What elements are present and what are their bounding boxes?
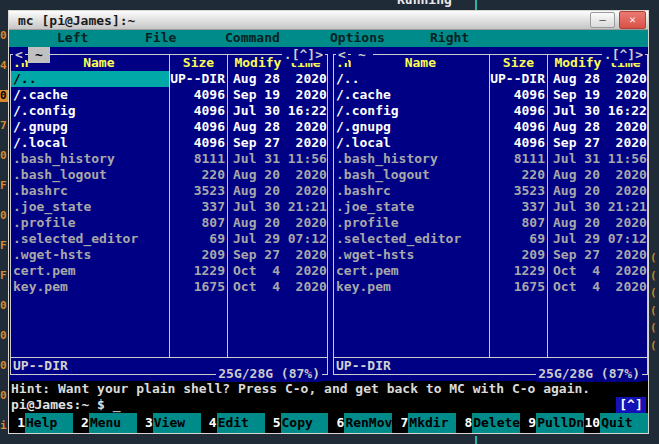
desktop-divider-line-bottom <box>475 436 477 444</box>
minimize-button[interactable]: – <box>590 12 615 28</box>
file-mtime: Sep 27 2020 <box>227 135 327 151</box>
function-key-button[interactable]: 5 Copy <box>265 413 329 433</box>
file-mtime: Sep 27 2020 <box>547 135 647 151</box>
file-row[interactable]: /.. UP--DIR Aug 28 2020 <box>11 71 327 87</box>
file-row[interactable]: /.. UP--DIR Aug 28 2020 <box>334 71 647 87</box>
file-size: 3523 <box>169 183 227 199</box>
file-size: 1675 <box>489 279 547 295</box>
file-size: 220 <box>489 167 547 183</box>
menu-item[interactable]: Command <box>225 30 280 46</box>
file-row[interactable]: .joe_state 337 Jul 30 21:21 <box>334 199 647 215</box>
function-key-number: 4 <box>201 413 217 433</box>
column-header-size[interactable]: Size <box>489 55 547 71</box>
function-key-button[interactable]: 10 Quit <box>584 413 648 433</box>
column-header-size[interactable]: Size <box>169 55 227 71</box>
file-row[interactable]: .bashrc 3523 Aug 20 2020 <box>11 183 327 199</box>
right-panel-column-headers: .n Name Size Modify time <box>334 55 647 71</box>
show-panels-toggle[interactable]: [^] <box>616 397 646 413</box>
file-row[interactable]: .bash_logout 220 Aug 20 2020 <box>334 167 647 183</box>
function-key-label: Quit <box>600 413 648 433</box>
file-name: key.pem <box>11 279 169 295</box>
file-row[interactable]: .selected_editor 69 Jul 29 07:12 <box>11 231 327 247</box>
file-name: /.gnupg <box>334 119 489 135</box>
file-size: 4096 <box>489 119 547 135</box>
file-size: 4096 <box>169 87 227 103</box>
file-mtime: Aug 28 2020 <box>547 119 647 135</box>
file-row[interactable]: /.local 4096 Sep 27 2020 <box>11 135 327 151</box>
file-row[interactable]: .bashrc 3523 Aug 20 2020 <box>334 183 647 199</box>
hint-line: Hint: Want your plain shell? Press C-o, … <box>9 381 648 397</box>
file-size: 4096 <box>489 87 547 103</box>
file-row[interactable]: .bash_history 8111 Jul 31 11:56 <box>334 151 647 167</box>
file-row[interactable]: /.cache 4096 Sep 19 2020 <box>334 87 647 103</box>
file-name: .bash_logout <box>334 167 489 183</box>
function-key-button[interactable]: 7 Mkdir <box>392 413 456 433</box>
function-key-bar: 1 Help 2 Menu 3 View 4 Edit 5 Copy 6 Ren… <box>9 413 648 433</box>
file-name: cert.pem <box>334 263 489 279</box>
panel-history-arrow[interactable]: < <box>336 47 348 63</box>
menu-item[interactable]: File <box>145 30 176 46</box>
mc-terminal-window: mc [pi@James]:~ – ✕ LeftFileCommandOptio… <box>8 10 649 434</box>
function-key-button[interactable]: 4 Edit <box>201 413 265 433</box>
file-size: 337 <box>489 199 547 215</box>
menu-item[interactable]: Right <box>430 30 469 46</box>
file-row[interactable]: /.gnupg 4096 Aug 28 2020 <box>334 119 647 135</box>
function-key-label: RenMov <box>344 413 392 433</box>
file-row[interactable]: /.config 4096 Jul 30 16:22 <box>334 103 647 119</box>
left-panel-column-headers: .n Name Size Modify time <box>11 55 327 71</box>
file-row[interactable]: .wget-hsts 209 Sep 27 2020 <box>11 247 327 263</box>
edge-character: F <box>0 180 8 192</box>
file-row[interactable]: .wget-hsts 209 Sep 27 2020 <box>334 247 647 263</box>
file-row[interactable]: /.cache 4096 Sep 19 2020 <box>11 87 327 103</box>
file-row[interactable]: /.config 4096 Jul 30 16:22 <box>11 103 327 119</box>
function-key-button[interactable]: 2 Menu <box>73 413 137 433</box>
file-name: .bash_history <box>11 151 169 167</box>
function-key-number: 6 <box>328 413 344 433</box>
file-row[interactable]: .profile 807 Aug 20 2020 <box>11 215 327 231</box>
file-row[interactable]: .bash_history 8111 Jul 31 11:56 <box>11 151 327 167</box>
function-key-button[interactable]: 9 PullDn <box>520 413 584 433</box>
function-key-number: 8 <box>456 413 472 433</box>
file-name: /.local <box>11 135 169 151</box>
menu-item[interactable]: Left <box>57 30 88 46</box>
left-panel: < ~ .[^]> 25G/28G (87%) .n Name Size Mod… <box>10 54 328 375</box>
file-row[interactable]: key.pem 1675 Oct 4 2020 <box>334 279 647 295</box>
close-button[interactable]: ✕ <box>619 11 646 29</box>
function-key-button[interactable]: 3 View <box>137 413 201 433</box>
file-mtime: Sep 19 2020 <box>547 87 647 103</box>
right-panel-path: ~ <box>351 47 373 63</box>
mc-menubar: LeftFileCommandOptionsRight <box>9 30 648 47</box>
function-key-button[interactable]: 8 Delete <box>456 413 520 433</box>
edge-character: F <box>0 240 8 252</box>
command-line[interactable]: pi@James:~ $ _ [^] <box>9 397 648 413</box>
file-row[interactable]: .selected_editor 69 Jul 29 07:12 <box>334 231 647 247</box>
right-panel: < ~ .[^]> 25G/28G (87%) .n Name Size Mod… <box>333 54 648 375</box>
file-size: 1229 <box>169 263 227 279</box>
desktop-divider-line <box>475 0 477 10</box>
left-panel-path: ~ <box>28 47 50 63</box>
file-name: /.config <box>334 103 489 119</box>
edge-character: 0 <box>0 90 8 102</box>
window-titlebar[interactable]: mc [pi@James]:~ – ✕ <box>9 11 648 30</box>
function-key-button[interactable]: 6 RenMov <box>328 413 392 433</box>
edge-character: 0 <box>0 210 8 222</box>
file-row[interactable]: .joe_state 337 Jul 30 21:21 <box>11 199 327 215</box>
file-row[interactable]: /.local 4096 Sep 27 2020 <box>334 135 647 151</box>
file-mtime: Aug 20 2020 <box>547 183 647 199</box>
panel-corner-controls[interactable]: .[^]> <box>602 47 645 63</box>
function-key-label: Menu <box>89 413 137 433</box>
menu-item[interactable]: Options <box>330 30 385 46</box>
edge-character: 0 <box>0 390 8 402</box>
edge-character: F <box>0 270 8 282</box>
function-key-button[interactable]: 1 Help <box>9 413 73 433</box>
file-size: 209 <box>489 247 547 263</box>
panel-history-arrow[interactable]: < <box>13 47 25 63</box>
file-row[interactable]: .profile 807 Aug 20 2020 <box>334 215 647 231</box>
panel-corner-controls[interactable]: .[^]> <box>282 47 325 63</box>
file-row[interactable]: key.pem 1675 Oct 4 2020 <box>11 279 327 295</box>
file-row[interactable]: /.gnupg 4096 Aug 28 2020 <box>11 119 327 135</box>
file-row[interactable]: cert.pem 1229 Oct 4 2020 <box>11 263 327 279</box>
file-row[interactable]: cert.pem 1229 Oct 4 2020 <box>334 263 647 279</box>
file-mtime: Oct 4 2020 <box>547 279 647 295</box>
file-row[interactable]: .bash_logout 220 Aug 20 2020 <box>11 167 327 183</box>
